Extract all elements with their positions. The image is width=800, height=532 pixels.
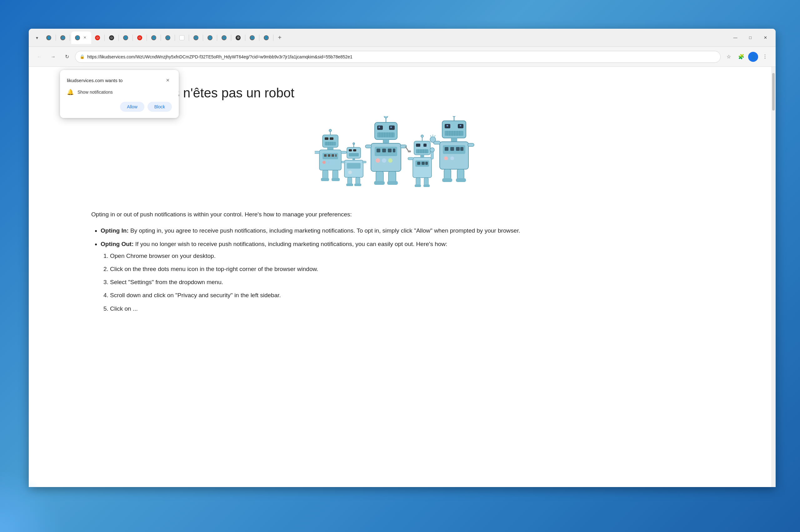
- divider-7: [147, 35, 147, 41]
- tab-10-favicon: [179, 35, 184, 40]
- toolbar-actions: ☆ 🧩 👤 ⋮: [723, 51, 770, 62]
- svg-point-43: [384, 116, 388, 118]
- svg-rect-114: [445, 147, 449, 151]
- tab-3-favicon: 🌐: [75, 35, 80, 40]
- svg-rect-77: [416, 144, 420, 147]
- svg-rect-15: [331, 154, 334, 157]
- tab-2-favicon: 🌐: [60, 35, 65, 40]
- divider-13: [231, 35, 231, 41]
- tab-12-favicon: 🌐: [207, 35, 213, 40]
- svg-rect-115: [450, 147, 454, 151]
- svg-rect-111: [451, 138, 457, 142]
- svg-rect-25: [331, 178, 340, 181]
- list-item-2: Opting Out: If you no longer wish to rec…: [101, 239, 713, 314]
- svg-rect-2: [330, 137, 333, 140]
- permission-text: Show notifications: [77, 90, 113, 95]
- divider-11: [203, 35, 203, 41]
- svg-rect-59: [377, 149, 380, 152]
- tab-7[interactable]: O: [134, 32, 145, 43]
- profile-button[interactable]: 👤: [748, 52, 758, 62]
- tab-scroll-left[interactable]: ▾: [32, 33, 42, 43]
- forward-button[interactable]: →: [48, 51, 59, 62]
- minimize-button[interactable]: —: [728, 33, 743, 43]
- notification-popup: likudservices.com wants to ✕ 🔔 Show noti…: [60, 70, 179, 118]
- svg-rect-66: [365, 145, 371, 148]
- tab-8[interactable]: 🌐: [148, 32, 159, 43]
- svg-rect-24: [321, 178, 329, 181]
- url-bar[interactable]: 🔒 https://likudservices.com/WzUWcndWnzjh…: [75, 51, 721, 63]
- svg-rect-20: [341, 151, 347, 154]
- tab-14[interactable]: ⚙: [233, 32, 244, 43]
- tab-5[interactable]: O: [106, 32, 117, 43]
- svg-rect-90: [408, 157, 414, 160]
- tab-16-favicon: 🌐: [264, 35, 269, 40]
- tab-9-favicon: 🌐: [165, 35, 170, 40]
- divider-6: [132, 35, 133, 41]
- reload-button[interactable]: ↻: [61, 51, 73, 62]
- tab-6[interactable]: 🌐: [120, 32, 131, 43]
- new-tab-button[interactable]: +: [275, 33, 285, 43]
- scrollbar-thumb[interactable]: [772, 73, 775, 111]
- maximize-button[interactable]: □: [743, 33, 758, 43]
- close-button[interactable]: ✕: [758, 33, 772, 43]
- svg-point-30: [353, 143, 355, 145]
- svg-point-63: [376, 158, 380, 163]
- tab-11[interactable]: 🌐: [190, 32, 202, 43]
- tabs-area: 🌐 🌐 🌐 ✕ O O: [43, 32, 727, 44]
- svg-rect-26: [347, 147, 361, 158]
- tab-2[interactable]: 🌐: [57, 32, 69, 43]
- tab-16[interactable]: 🌐: [261, 32, 272, 43]
- svg-rect-103: [460, 125, 461, 127]
- tab-10[interactable]: [176, 32, 187, 43]
- svg-point-18: [327, 161, 330, 164]
- svg-rect-96: [423, 185, 430, 187]
- tab-9[interactable]: 🌐: [162, 32, 174, 43]
- sub-list-item-4: Scroll down and click on "Privacy and se…: [110, 290, 713, 301]
- svg-point-4: [329, 129, 331, 132]
- popup-close-button[interactable]: ✕: [164, 76, 172, 84]
- list-item-1-text: By opting in, you agree to receive push …: [130, 227, 520, 234]
- svg-rect-89: [425, 162, 428, 165]
- svg-rect-128: [442, 178, 452, 182]
- svg-rect-47: [378, 127, 380, 128]
- svg-rect-1: [325, 137, 328, 140]
- tab-12[interactable]: 🌐: [204, 32, 216, 43]
- scrollbar[interactable]: [771, 67, 776, 487]
- svg-rect-32: [352, 158, 355, 160]
- menu-button[interactable]: ⋮: [759, 51, 770, 62]
- tab-13[interactable]: 🌐: [218, 32, 230, 43]
- tab-13-favicon: 🌐: [222, 35, 226, 40]
- svg-rect-88: [422, 162, 425, 165]
- svg-rect-70: [376, 171, 383, 182]
- tab-4[interactable]: O: [92, 32, 103, 43]
- divider-1: [56, 35, 56, 41]
- divider-8: [161, 35, 161, 41]
- back-button[interactable]: ←: [34, 51, 45, 62]
- svg-rect-104: [445, 131, 463, 136]
- block-button[interactable]: Block: [147, 102, 172, 112]
- tab-3-active[interactable]: 🌐 ✕: [71, 32, 91, 44]
- page-main: utoriser si vous n'êtes pas un robot: [29, 67, 776, 487]
- tab-14-favicon: ⚙: [236, 35, 241, 40]
- list-item-1-label: Opting In:: [101, 227, 129, 234]
- allow-button[interactable]: Allow: [120, 102, 144, 112]
- svg-rect-85: [413, 157, 432, 178]
- tab-15-favicon: 🌐: [250, 35, 255, 40]
- tab-6-favicon: 🌐: [123, 35, 128, 40]
- tab-1[interactable]: 🌐: [43, 32, 54, 43]
- svg-point-65: [388, 158, 393, 163]
- bookmark-button[interactable]: ☆: [723, 51, 734, 62]
- svg-point-122: [430, 137, 436, 142]
- svg-rect-34: [347, 163, 361, 169]
- svg-rect-41: [354, 184, 361, 186]
- tab-5-favicon: O: [109, 35, 114, 40]
- robots-svg: [315, 116, 490, 191]
- extensions-button[interactable]: 🧩: [735, 51, 747, 62]
- svg-rect-78: [423, 144, 426, 147]
- tab-3-close[interactable]: ✕: [82, 35, 88, 41]
- list-item-2-text: If you no longer wish to receive push no…: [135, 241, 448, 247]
- tab-15[interactable]: 🌐: [247, 32, 258, 43]
- page-content: utoriser si vous n'êtes pas un robot: [29, 67, 776, 487]
- popup-buttons: Allow Block: [67, 102, 172, 112]
- browser-window: ▾ 🌐 🌐 🌐 ✕ O O: [29, 29, 776, 487]
